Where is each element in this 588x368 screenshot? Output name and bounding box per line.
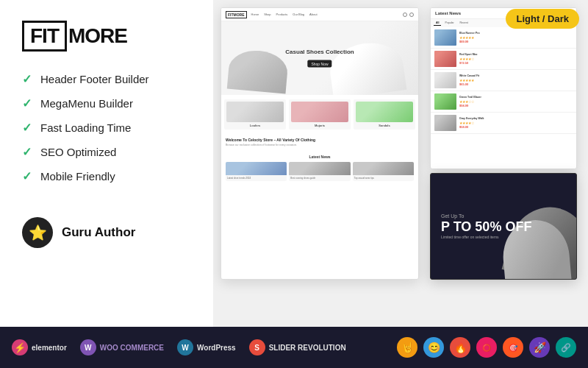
news-img-1: [226, 162, 287, 175]
news-panel-info-4: Green Trail Blazer ★★★☆☆ $94.99: [459, 96, 573, 107]
news-panel-row-4: Green Trail Blazer ★★★☆☆ $94.99: [431, 91, 576, 113]
check-icon-3: ✓: [22, 121, 32, 135]
guru-badge-icon: ⭐: [22, 217, 53, 248]
mockup-welcome: Welcome To Celocity Store – All Variety …: [221, 134, 418, 151]
elementor-icon: ⚡: [12, 339, 28, 355]
social-star-icon[interactable]: 🎯: [503, 337, 523, 358]
news-panel-img-5: [434, 115, 456, 131]
mockup-categories: Loafers Mujaris Sandals: [221, 95, 418, 134]
news-panel-price-3: $65.00: [459, 82, 573, 86]
news-panel-price-5: $58.00: [459, 125, 573, 129]
brand-slider[interactable]: S SLIDER REVOLUTION: [249, 339, 346, 355]
nav-link-2: Shop: [264, 13, 270, 16]
logo: FIT MORE: [22, 21, 191, 52]
welcome-title: Welcome To Celocity Store – All Variety …: [226, 138, 414, 142]
news-panel-img-2: [434, 51, 456, 67]
news-item-2: Best running shoes guide: [289, 162, 350, 181]
hero-shoe-left: [227, 49, 289, 94]
sale-percent: P TO 50% OFF: [441, 220, 531, 233]
category-label-2: Mujaris: [291, 124, 348, 127]
guru-star-icon: ⭐: [29, 224, 47, 241]
check-icon-2: ✓: [22, 96, 32, 110]
feature-mobile: ✓ Mobile Friendly: [22, 169, 191, 183]
news-grid: Latest shoe trends 2024 Best running sho…: [226, 162, 414, 181]
elementor-label: elementor: [32, 344, 67, 352]
news-panel-row-1: Blue Runner Pro ★★★★★ $89.99: [431, 27, 576, 49]
news-panel-title-2: Red Sport Max: [459, 53, 573, 56]
bottom-bar: ⚡ elementor W WOO COMMERCE W WordPress S…: [0, 327, 588, 368]
left-panel: FIT MORE ✓ Header Footer Builder ✓ MegaM…: [0, 0, 213, 368]
social-smile-icon[interactable]: 😊: [423, 337, 444, 358]
nav-link-5: About: [309, 13, 317, 16]
social-circle-icon[interactable]: ⭕: [476, 337, 497, 358]
news-tab-all[interactable]: All: [434, 21, 441, 26]
woo-label: WOO COMMERCE: [100, 344, 164, 352]
news-panel-info-5: Gray Everyday Walk ★★★★☆ $58.00: [459, 117, 573, 129]
news-panel-title-1: Blue Runner Pro: [459, 32, 573, 35]
sale-label: Get Up To: [441, 213, 531, 219]
news-item-1: Latest shoe trends 2024: [226, 162, 287, 181]
brand-wordpress[interactable]: W WordPress: [177, 339, 236, 355]
news-panel-info-2: Red Sport Max ★★★★☆ $72.50: [459, 53, 573, 65]
brand-logos: ⚡ elementor W WOO COMMERCE W WordPress S…: [12, 339, 397, 355]
light-dark-badge[interactable]: Light / Dark: [506, 9, 579, 29]
nav-link-4: Our Blog: [293, 13, 304, 16]
guru-author: ⭐ Guru Author: [22, 217, 191, 248]
brand-elementor[interactable]: ⚡ elementor: [12, 339, 67, 355]
hero-title: Casual Shoes Collection: [285, 49, 354, 55]
category-label-3: Sandals: [356, 124, 413, 127]
social-hand-icon[interactable]: 🤘: [397, 337, 417, 358]
hero-button[interactable]: Shop Now: [307, 60, 331, 68]
news-panel-info-1: Blue Runner Pro ★★★★★ $89.99: [459, 32, 573, 43]
guru-author-label: Guru Author: [62, 225, 135, 240]
news-text-2: Best running shoes guide: [289, 175, 350, 181]
category-shoe-pink: [291, 102, 348, 122]
news-img-2: [289, 162, 350, 175]
woo-icon: W: [80, 339, 96, 355]
screenshot-main: FITMORE Home Shop Products Our Blog Abou…: [220, 7, 419, 280]
category-label-1: Loafers: [226, 124, 284, 127]
news-img-3: [353, 162, 414, 175]
feature-seo: ✓ SEO Optimized: [22, 145, 191, 159]
sale-sub: Limited time offer on selected items: [441, 235, 531, 239]
nav-icons: [403, 13, 414, 17]
wp-icon: W: [177, 339, 193, 355]
mockup-nav: FITMORE Home Shop Products Our Blog Abou…: [221, 8, 418, 21]
news-panel-title-3: White Casual Fit: [459, 74, 573, 77]
social-rocket-icon[interactable]: 🚀: [529, 337, 550, 358]
news-panel-row-5: Gray Everyday Walk ★★★★☆ $58.00: [431, 113, 576, 134]
features-list: ✓ Header Footer Builder ✓ MegaMenu Build…: [22, 72, 191, 194]
nav-link-1: Home: [251, 13, 259, 16]
category-loafers: Loafers: [224, 99, 286, 130]
check-icon-5: ✓: [22, 169, 32, 183]
news-panel-title-4: Green Trail Blazer: [459, 96, 573, 99]
news-panel-title-5: Gray Everyday Walk: [459, 117, 573, 120]
wp-label: WordPress: [197, 344, 236, 352]
brand-woocommerce[interactable]: W WOO COMMERCE: [80, 339, 164, 355]
right-panel: FITMORE Home Shop Products Our Blog Abou…: [213, 0, 588, 327]
news-section-title: Latest News: [226, 155, 414, 159]
social-share-icon[interactable]: 🔗: [556, 337, 576, 358]
news-panel-info-3: White Casual Fit ★★★★★ $65.00: [459, 74, 573, 86]
nav-search-icon: [403, 13, 407, 17]
news-panel-row-3: White Casual Fit ★★★★★ $65.00: [431, 70, 576, 91]
news-panel-price-4: $94.99: [459, 104, 573, 107]
screenshot-news-panel: Latest News All Popular Recent Blue Runn…: [430, 7, 577, 169]
mockup-news: Latest News Latest shoe trends 2024 Best…: [221, 151, 418, 185]
news-tab-popular[interactable]: Popular: [442, 21, 456, 26]
feature-megamenu: ✓ MegaMenu Builder: [22, 96, 191, 110]
feature-header-footer: ✓ Header Footer Builder: [22, 72, 191, 86]
news-panel-img-1: [434, 29, 456, 46]
social-fire-icon[interactable]: 🔥: [450, 337, 470, 358]
news-panel-img-3: [434, 72, 456, 88]
check-icon-1: ✓: [22, 72, 32, 86]
news-tab-recent[interactable]: Recent: [458, 21, 470, 26]
slider-label: SLIDER REVOLUTION: [269, 344, 346, 352]
category-sandals: Sandals: [354, 99, 415, 130]
mockup-hero: Casual Shoes Collection Shop Now: [221, 21, 418, 95]
news-item-3: Top casual wear tips: [353, 162, 414, 181]
category-shoe-green: [356, 102, 413, 122]
slider-icon: S: [249, 339, 265, 355]
welcome-text: Browse our exclusive collection of footw…: [226, 144, 414, 147]
category-mujaris: Mujaris: [289, 99, 351, 130]
